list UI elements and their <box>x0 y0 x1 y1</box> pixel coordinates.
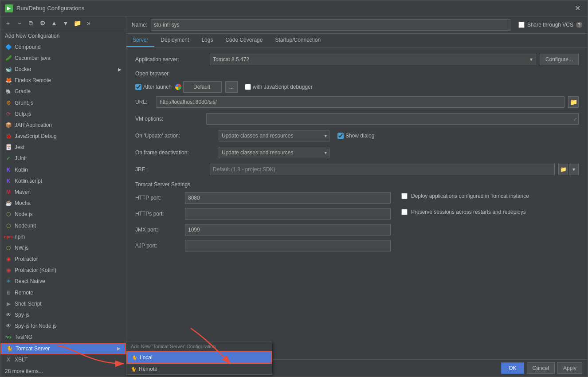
sidebar-item-jest[interactable]: 🃏 Jest <box>0 142 126 153</box>
jre-folder-button[interactable]: 📁 <box>558 164 568 175</box>
preserve-checkbox[interactable] <box>401 209 408 215</box>
name-label: Name: <box>132 22 147 28</box>
browser-dots-button[interactable]: ... <box>225 81 238 93</box>
settings-button[interactable]: ⚙ <box>38 18 47 28</box>
sidebar-item-remote[interactable]: 🖥 Remote <box>0 287 126 298</box>
server-settings-section: Tomcat Server Settings HTTP port: Deploy… <box>135 181 579 251</box>
remove-config-button[interactable]: − <box>15 18 24 28</box>
sidebar-item-mocha[interactable]: ☕ Mocha <box>0 198 126 209</box>
sidebar-item-testng[interactable]: NG TestNG <box>0 332 126 343</box>
junit-label: JUnit <box>15 155 122 161</box>
url-open-button[interactable]: 📁 <box>568 96 579 108</box>
sidebar-item-firefox[interactable]: 🦊 Firefox Remote <box>0 75 126 86</box>
sidebar-item-shell-script[interactable]: ▶ Shell Script <box>0 298 126 309</box>
sidebar-item-nwjs[interactable]: ⬡ NW.js <box>0 242 126 253</box>
jre-input[interactable] <box>210 164 555 175</box>
ok-button[interactable]: OK <box>501 362 524 374</box>
sidebar-item-kotlin[interactable]: K Kotlin <box>0 164 126 175</box>
ajp-port-row: AJP port: <box>135 240 579 251</box>
after-launch-checkbox-label[interactable]: After launch <box>135 84 172 90</box>
submenu-item-local[interactable]: 🐈 Local <box>126 351 272 364</box>
http-port-input[interactable] <box>185 192 391 204</box>
url-input[interactable] <box>157 96 564 108</box>
js-debug-icon: 🐞 <box>5 133 12 140</box>
copy-config-button[interactable]: ⧉ <box>26 18 36 28</box>
sidebar-item-nodeunit[interactable]: ⬡ Nodeunit <box>0 220 126 231</box>
add-new-label: Add New Configuration <box>5 33 122 39</box>
react-native-icon: ⚛ <box>5 278 12 285</box>
browser-select[interactable]: Default <box>183 81 222 93</box>
sidebar-item-js-debug[interactable]: 🐞 JavaScript Debug <box>0 131 126 142</box>
expand-icon[interactable]: ⤢ <box>573 117 577 122</box>
more-button[interactable]: » <box>84 18 94 28</box>
tab-startup-connection[interactable]: Startup/Connection <box>269 34 327 47</box>
js-debugger-label[interactable]: with JavaScript debugger <box>245 84 313 90</box>
sidebar-item-kotlin-script[interactable]: K Kotlin script <box>0 175 126 186</box>
tab-deployment[interactable]: Deployment <box>154 34 195 47</box>
add-config-button[interactable]: + <box>3 18 13 28</box>
sidebar-item-gulp[interactable]: ⟳ Gulp.js <box>0 108 126 119</box>
kotlin-label: Kotlin <box>15 167 122 173</box>
tab-server[interactable]: Server <box>126 34 154 47</box>
app-server-select[interactable]: Tomcat 8.5.472 <box>210 54 536 65</box>
gradle-icon: 🐘 <box>5 88 12 95</box>
sidebar-item-protractor-kotlin[interactable]: ◉ Protractor (Kotlin) <box>0 265 126 276</box>
title-bar: ▶ Run/Debug Configurations ✕ <box>0 0 588 16</box>
sidebar-item-junit[interactable]: ✓ JUnit <box>0 153 126 164</box>
on-frame-select[interactable]: Update classes and resources <box>219 147 329 158</box>
sidebar-item-react-native[interactable]: ⚛ React Native <box>0 276 126 287</box>
spy-js-node-icon: 👁 <box>5 322 12 330</box>
docker-arrow: ▶ <box>118 67 122 72</box>
sidebar-item-npm[interactable]: npm npm <box>0 231 126 242</box>
vm-options-input[interactable] <box>206 113 579 125</box>
show-dialog-label[interactable]: Show dialog <box>337 133 374 139</box>
sidebar-item-grunt[interactable]: ⚙ Grunt.js <box>0 97 126 108</box>
js-debugger-checkbox[interactable] <box>245 84 251 90</box>
name-input[interactable] <box>151 19 510 31</box>
run-debug-configurations-window: ▶ Run/Debug Configurations ✕ + − ⧉ ⚙ ▲ ▼… <box>0 0 588 377</box>
jmx-port-input[interactable] <box>185 224 391 236</box>
sidebar-item-more[interactable]: 28 more items... <box>0 365 126 377</box>
sidebar-item-docker[interactable]: 🐋 Docker ▶ <box>0 64 126 75</box>
compound-icon: 🔷 <box>5 43 12 51</box>
remote-label: Remote <box>15 290 122 296</box>
jre-dropdown-button[interactable]: ▾ <box>569 164 579 175</box>
ajp-port-input[interactable] <box>185 240 391 251</box>
tab-logs[interactable]: Logs <box>195 34 219 47</box>
share-vcs-label: Share through VCS <box>527 22 573 28</box>
configure-button[interactable]: Configure... <box>540 54 579 65</box>
sidebar-item-gradle[interactable]: 🐘 Gradle <box>0 86 126 97</box>
sidebar-item-jar[interactable]: 📦 JAR Application <box>0 119 126 130</box>
jmx-port-row: JMX port: <box>135 224 579 236</box>
tomcat-submenu: Add New 'Tomcat Server' Configuration 🐈 … <box>126 342 272 375</box>
local-label: Local <box>140 354 153 361</box>
show-dialog-checkbox[interactable] <box>337 133 344 139</box>
after-launch-checkbox[interactable] <box>135 84 141 90</box>
more-label: 28 more items... <box>5 368 122 374</box>
move-down-button[interactable]: ▼ <box>61 18 71 28</box>
folder-button[interactable]: 📁 <box>72 18 82 28</box>
sidebar-item-tomcat[interactable]: 🐈 Tomcat Server ▶ <box>0 343 126 354</box>
deploy-checkbox[interactable] <box>401 193 408 199</box>
js-debug-label: JavaScript Debug <box>15 133 122 139</box>
jar-label: JAR Application <box>15 122 122 128</box>
sidebar-item-compound[interactable]: 🔷 Compound <box>0 41 126 52</box>
https-port-input[interactable] <box>185 208 391 220</box>
sidebar-add-new[interactable]: Add New Configuration <box>0 30 126 41</box>
sidebar-item-protractor[interactable]: ◉ Protractor <box>0 253 126 264</box>
move-up-button[interactable]: ▲ <box>49 18 59 28</box>
sidebar-item-nodejs[interactable]: ⬡ Node.js <box>0 209 126 220</box>
on-update-select[interactable]: Update classes and resources <box>219 130 329 141</box>
sidebar-item-cucumber[interactable]: 🥒 Cucumber java <box>0 52 126 63</box>
sidebar-item-spy-js-node[interactable]: 👁 Spy-js for Node.js <box>0 320 126 331</box>
http-port-label: HTTP port: <box>135 195 180 201</box>
sidebar-item-maven[interactable]: M Maven <box>0 186 126 197</box>
sidebar-item-spy-js[interactable]: 👁 Spy-js <box>0 309 126 320</box>
tab-code-coverage[interactable]: Code Coverage <box>219 34 269 47</box>
sidebar-item-xslt[interactable]: X XSLT <box>0 354 126 365</box>
submenu-item-remote[interactable]: 🐈 Remote <box>126 364 272 374</box>
cancel-button[interactable]: Cancel <box>527 362 555 374</box>
share-vcs-checkbox[interactable] <box>518 22 525 28</box>
close-button[interactable]: ✕ <box>572 3 583 13</box>
apply-button[interactable]: Apply <box>557 362 582 374</box>
